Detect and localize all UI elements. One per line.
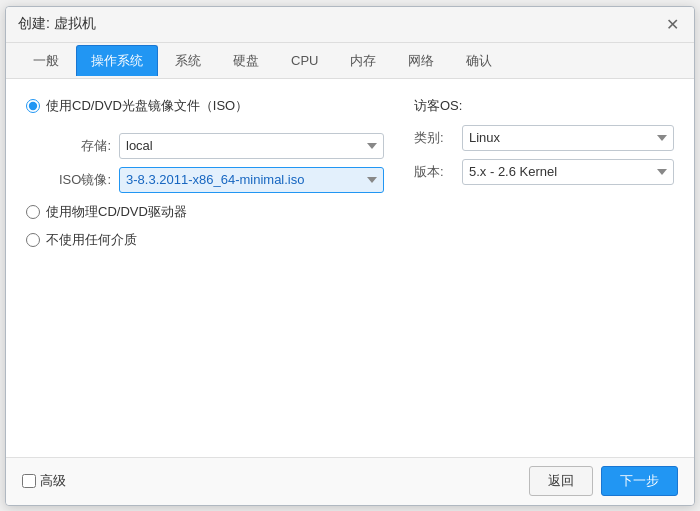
media-radio-group: 使用CD/DVD光盘镜像文件（ISO） 存储: local ISO镜像:: [26, 97, 384, 249]
version-row: 版本: 5.x - 2.6 Kernel: [414, 159, 674, 185]
main-window: 创建: 虚拟机 ✕ 一般 操作系统 系统 硬盘 CPU 内存 网络 确认 使用C…: [5, 6, 695, 506]
tab-memory[interactable]: 内存: [335, 45, 391, 76]
radio-none-option[interactable]: 不使用任何介质: [26, 231, 384, 249]
guest-os-title: 访客OS:: [414, 97, 674, 115]
advanced-checkbox[interactable]: [22, 474, 36, 488]
advanced-label: 高级: [40, 472, 66, 490]
tab-cpu[interactable]: CPU: [276, 46, 333, 74]
tab-os[interactable]: 操作系统: [76, 45, 158, 76]
storage-label: 存储:: [46, 137, 111, 155]
radio-physical-option[interactable]: 使用物理CD/DVD驱动器: [26, 203, 384, 221]
titlebar: 创建: 虚拟机 ✕: [6, 7, 694, 43]
radio-none-label: 不使用任何介质: [46, 231, 137, 249]
radio-iso-input[interactable]: [26, 99, 40, 113]
tab-network[interactable]: 网络: [393, 45, 449, 76]
category-select[interactable]: Linux: [462, 125, 674, 151]
content-area: 使用CD/DVD光盘镜像文件（ISO） 存储: local ISO镜像:: [6, 79, 694, 457]
radio-iso-option[interactable]: 使用CD/DVD光盘镜像文件（ISO）: [26, 97, 384, 115]
tab-general[interactable]: 一般: [18, 45, 74, 76]
iso-row: ISO镜像: 3-8.3.2011-x86_64-minimal.iso: [46, 167, 384, 193]
tab-disk[interactable]: 硬盘: [218, 45, 274, 76]
footer: 高级 返回 下一步: [6, 457, 694, 505]
radio-iso-label: 使用CD/DVD光盘镜像文件（ISO）: [46, 97, 248, 115]
section-top: 使用CD/DVD光盘镜像文件（ISO） 存储: local ISO镜像:: [26, 97, 674, 259]
back-button[interactable]: 返回: [529, 466, 593, 496]
iso-fields: 存储: local ISO镜像: 3-8.3.2011-x86_64-minim…: [46, 133, 384, 193]
category-row: 类别: Linux: [414, 125, 674, 151]
left-panel: 使用CD/DVD光盘镜像文件（ISO） 存储: local ISO镜像:: [26, 97, 384, 259]
close-button[interactable]: ✕: [662, 14, 682, 34]
tab-confirm[interactable]: 确认: [451, 45, 507, 76]
radio-physical-input[interactable]: [26, 205, 40, 219]
tab-bar: 一般 操作系统 系统 硬盘 CPU 内存 网络 确认: [6, 43, 694, 79]
storage-select[interactable]: local: [119, 133, 384, 159]
radio-physical-label: 使用物理CD/DVD驱动器: [46, 203, 187, 221]
window-title: 创建: 虚拟机: [18, 15, 96, 33]
next-button[interactable]: 下一步: [601, 466, 678, 496]
radio-none-input[interactable]: [26, 233, 40, 247]
version-select[interactable]: 5.x - 2.6 Kernel: [462, 159, 674, 185]
footer-left: 高级: [22, 472, 66, 490]
tab-system[interactable]: 系统: [160, 45, 216, 76]
category-label: 类别:: [414, 129, 454, 147]
version-label: 版本:: [414, 163, 454, 181]
iso-label: ISO镜像:: [46, 171, 111, 189]
iso-select[interactable]: 3-8.3.2011-x86_64-minimal.iso: [119, 167, 384, 193]
right-panel: 访客OS: 类别: Linux 版本: 5.x - 2.6 Kernel: [414, 97, 674, 259]
storage-row: 存储: local: [46, 133, 384, 159]
